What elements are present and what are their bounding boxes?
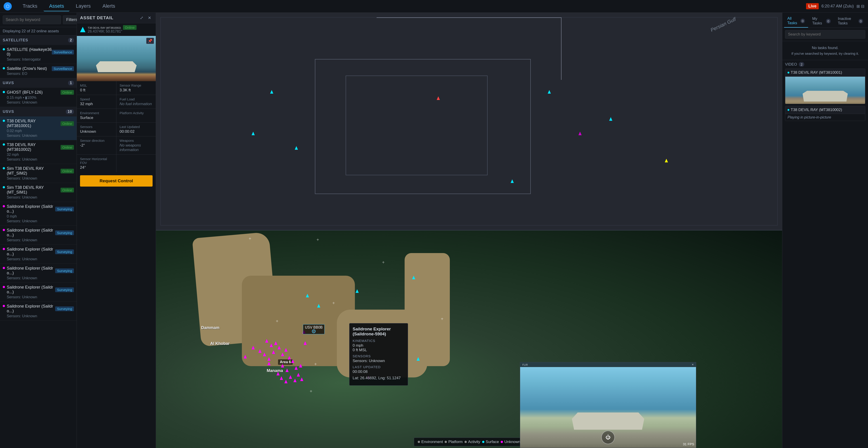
asset-item-saildrone-4[interactable]: Saildrone Explorer (Saildr o...) Surveyi…	[0, 264, 76, 283]
asset-name: Saildrone Explorer (Saildr o...)	[7, 228, 55, 237]
asset-item-satellite-crows[interactable]: Satellite (Crow's Nest) Surveillance Sen…	[0, 64, 76, 78]
video-pip-message: Playing in picture-in-picture	[785, 114, 865, 121]
field-environment: Environment Surface	[77, 109, 116, 122]
asset-item-saildrone-3[interactable]: Saildrone Explorer (Saildr o...) Surveyi…	[0, 245, 76, 264]
detail-asset-header: T38 DEVIL RAY (MT3810002) Online 26.4374…	[77, 23, 156, 36]
asset-name: Saildrone Explorer (Saildr o...)	[7, 304, 55, 313]
map-area[interactable]: Persian Gulf Dammam Al Khobar Manama Are…	[156, 13, 782, 448]
field-weapons: Weapons No weapons information	[116, 137, 156, 154]
tooltip-last-updated-label: Last Updated	[352, 365, 405, 369]
filter-item-unknown[interactable]: Unknown	[501, 440, 520, 444]
asset-info: Sim T38 DEVIL RAY (MT_SIM2) Online Senso…	[7, 166, 74, 180]
crosshair-5: +	[276, 319, 278, 324]
section-badge-uavs: 1	[68, 81, 74, 86]
sidebar-search-bar: Filters	[0, 13, 76, 27]
asset-name: Saildrone Explorer (Saildr o...)	[7, 247, 55, 257]
status-badge: Surveillance	[52, 50, 74, 55]
tab-tracks[interactable]: Tracks	[17, 1, 43, 11]
asset-info: Saildrone Explorer (Saildr o...) Surveyi…	[7, 228, 74, 242]
tab-all-tasks[interactable]: All Tasks 0	[784, 14, 808, 28]
asset-info: Sim T38 DEVIL RAY (MT_SIM1) Online Senso…	[7, 185, 74, 200]
video-item-t38-002[interactable]: T38 DEVIL RAY (MT3810002) Playing in pic…	[785, 106, 865, 121]
detail-thumbnail: 📌	[77, 36, 156, 81]
track-marker-magenta-1	[579, 131, 582, 135]
layout-icons[interactable]: ⊞ ⊟	[857, 4, 864, 9]
track-magenta-18	[300, 378, 303, 381]
usv-label: USV BB0B	[305, 325, 322, 329]
filter-label: Environment	[421, 440, 443, 444]
thumbnail-pin-icon[interactable]: 📌	[146, 38, 154, 44]
asset-item-ghost[interactable]: GHOST (BFLY-126) Online 0.15 mph • ▮100%…	[0, 88, 76, 107]
asset-sensors: Sensors: Unknown	[7, 157, 74, 161]
detail-coords: 26.43749I; 50.81781°	[88, 29, 136, 33]
detail-id: (MT3810002)	[106, 26, 121, 29]
asset-item-saildrone-5[interactable]: Saildrone Explorer (Saildr o...) Surveyi…	[0, 283, 76, 302]
asset-details: 0.15 mph • ▮100%	[7, 95, 74, 100]
task-search-input[interactable]	[785, 30, 865, 39]
sidebar-search-input[interactable]	[3, 16, 61, 24]
asset-item-saildrone-6[interactable]: Saildrone Explorer (Saildr o...) Surveyi…	[0, 302, 76, 321]
no-tasks-message: No tasks found. If you've searched by ke…	[782, 41, 868, 60]
video-section-label: Video	[785, 62, 797, 67]
asset-item-t38-001[interactable]: T38 DEVIL RAY (MT3810001) Online 0.02 mp…	[0, 116, 76, 140]
crosshair-6: +	[314, 362, 317, 367]
video-thumbnail-1	[785, 77, 865, 104]
tab-layers[interactable]: Layers	[70, 1, 96, 11]
asset-details: Sensors: Unknown	[7, 196, 74, 200]
tooltip-kinematics-label: Kinematics	[352, 339, 405, 342]
field-sensor-range: Sensor Range 3.3K ft	[116, 81, 156, 95]
asset-dot	[3, 248, 5, 250]
panel-expand-button[interactable]: ⤢	[138, 15, 145, 21]
main-content: Filters Displaying 22 of 22 online asset…	[0, 13, 868, 448]
section-badge-satellites: 2	[68, 38, 74, 43]
asset-item-saildrone-2[interactable]: Saildrone Explorer (Saildr o...) Surveyi…	[0, 226, 76, 245]
track-magenta-17	[297, 373, 300, 377]
tab-alerts[interactable]: Alerts	[97, 1, 121, 11]
city-label-dammam: Dammam	[201, 325, 219, 330]
track-magenta-3	[274, 341, 277, 345]
track-magenta-25	[244, 355, 247, 358]
left-sidebar: Filters Displaying 22 of 22 online asset…	[0, 13, 77, 448]
map-top-view: Persian Gulf	[156, 13, 782, 231]
pip-close-icon[interactable]: ✕	[692, 363, 694, 366]
track-marker-red	[437, 96, 440, 100]
panel-close-button[interactable]: ✕	[147, 15, 153, 21]
video-item-t38-001[interactable]: T38 DEVIL RAY (MT3810001)	[785, 68, 865, 104]
field-label: Sensors	[80, 125, 113, 129]
asset-details: Sensors: EO	[7, 72, 74, 76]
track-magenta-16	[293, 379, 297, 382]
right-sidebar: All Tasks 0 My Tasks 0 Inactive Tasks 0 …	[782, 13, 868, 448]
asset-item-sim-t38-sim1[interactable]: Sim T38 DEVIL RAY (MT_SIM1) Online Senso…	[0, 183, 76, 202]
section-badge-usvs: 10	[66, 109, 74, 114]
tab-assets[interactable]: Assets	[43, 1, 69, 11]
filter-item-surface[interactable]: Surface	[482, 440, 499, 444]
asset-details: 32 mph	[7, 153, 74, 157]
pip-brand: FLIR	[522, 363, 528, 366]
asset-item-t38-002[interactable]: T38 DEVIL RAY (MT3810002) Online 32 mph …	[0, 140, 76, 164]
asset-item-sim-t38-sim2[interactable]: Sim T38 DEVIL RAY (MT_SIM2) Online Senso…	[0, 164, 76, 183]
tooltip-sensors-value: Sensors: Unknown	[352, 359, 405, 363]
asset-item-satellite-hawkeye[interactable]: SATELLITE (Hawkeye36 0) Surveillance Sen…	[0, 45, 76, 64]
tab-inactive-tasks[interactable]: Inactive Tasks 0	[835, 14, 866, 28]
tab-my-tasks[interactable]: My Tasks 0	[809, 14, 834, 28]
pip-controls[interactable]: ⏻	[601, 430, 615, 444]
panel-controls: ⤢ ✕	[138, 15, 153, 21]
map-filter-bar: Environment Platform Activity Surface Un…	[414, 438, 524, 446]
map-tooltip: Saildrone Explorer (Saildrone-5904) Kine…	[349, 323, 408, 386]
asset-sensors: Sensors: Unknown	[7, 133, 74, 138]
asset-name: Saildrone Explorer (Saildr o...)	[7, 204, 55, 214]
asset-info: Saildrone Explorer (Saildr o...) Surveyi…	[7, 266, 74, 280]
asset-name: Sim T38 DEVIL RAY (MT_SIM1)	[7, 185, 61, 195]
tab-inactive-count: 0	[859, 19, 863, 24]
filter-item-activity[interactable]: Activity	[465, 440, 480, 444]
app-logo: ⬡	[4, 2, 12, 10]
tab-inactive-tasks-label: Inactive Tasks	[838, 17, 857, 26]
filter-item-environment[interactable]: Environment	[418, 440, 443, 444]
asset-dot	[3, 186, 5, 188]
filter-item-platform[interactable]: Platform	[445, 440, 463, 444]
asset-item-saildrone-1[interactable]: Saildrone Explorer (Saildr o...) Surveyi…	[0, 202, 76, 226]
asset-sensors: Sensors: Unknown	[7, 100, 74, 104]
section-header-satellites: SATELLITES 2	[0, 35, 76, 45]
request-control-button[interactable]: Request Control	[80, 175, 153, 186]
tooltip-kinematics-alt: 0 ft MSL	[352, 348, 405, 352]
